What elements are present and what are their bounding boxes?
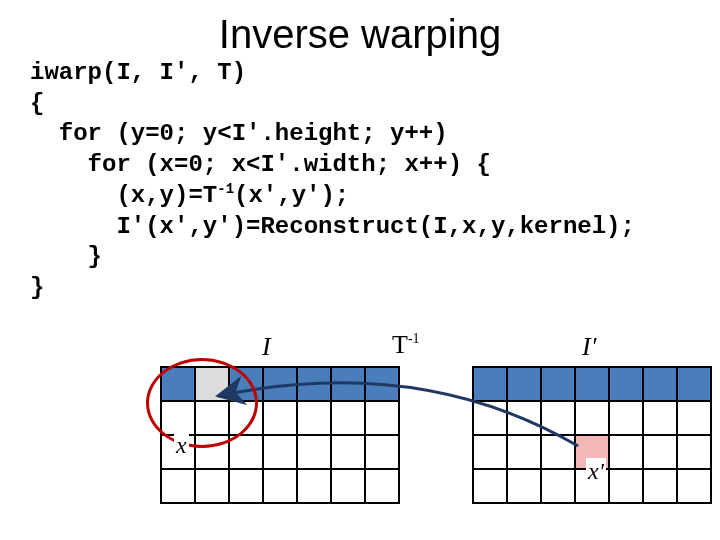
pseudocode-block: iwarp(I, I', T) { for (y=0; y<I'.height;… — [30, 58, 635, 304]
grid-cell — [297, 367, 331, 401]
code-line: { — [30, 90, 44, 117]
grid-cell — [297, 435, 331, 469]
grid-cell — [677, 401, 711, 435]
grid-cell — [609, 435, 643, 469]
grid-cell — [677, 435, 711, 469]
grid-cell — [609, 469, 643, 503]
grid-cell — [643, 469, 677, 503]
grid-cell — [365, 367, 399, 401]
code-line: } — [30, 243, 102, 270]
code-line: for (x=0; x<I'.width; x++) { — [30, 151, 491, 178]
grid-cell — [473, 469, 507, 503]
slide-title: Inverse warping — [0, 12, 720, 57]
grid-cell — [331, 469, 365, 503]
grid-cell — [507, 435, 541, 469]
code-line: } — [30, 274, 44, 301]
grid-cell — [365, 401, 399, 435]
grid-cell — [507, 469, 541, 503]
grid-cell — [541, 401, 575, 435]
grid-cell — [365, 469, 399, 503]
grid-cell — [643, 435, 677, 469]
grid-cell — [473, 367, 507, 401]
grid-cell — [677, 367, 711, 401]
grid-cell — [331, 401, 365, 435]
grid-cell — [297, 469, 331, 503]
grid-cell — [365, 435, 399, 469]
grid-cell — [195, 469, 229, 503]
grid-cell — [609, 367, 643, 401]
grid-cell — [229, 469, 263, 503]
grid-cell — [331, 435, 365, 469]
label-target-image: I' — [582, 332, 596, 362]
reconstruction-neighborhood-ellipse — [146, 358, 258, 448]
grid-cell — [297, 401, 331, 435]
grid-cell — [609, 401, 643, 435]
label-target-pixel: x' — [586, 458, 606, 485]
grid-cell — [161, 469, 195, 503]
grid-cell — [263, 435, 297, 469]
grid-cell — [507, 367, 541, 401]
code-line: iwarp(I, I', T) — [30, 59, 246, 86]
grid-cell — [575, 367, 609, 401]
grid-cell — [541, 367, 575, 401]
grid-cell — [507, 401, 541, 435]
grid-cell — [541, 469, 575, 503]
grid-cell — [263, 469, 297, 503]
grid-cell — [263, 367, 297, 401]
grid-cell — [473, 435, 507, 469]
grid-cell — [677, 469, 711, 503]
label-source-pixel: x — [174, 432, 189, 459]
grid-cell — [229, 435, 263, 469]
grid-cell — [643, 367, 677, 401]
label-inverse-transform: T-1 — [392, 330, 420, 360]
warping-figure: I T-1 I' x x' — [0, 328, 720, 528]
code-line: (x,y)=T-1(x',y'); — [30, 182, 349, 209]
code-line: for (y=0; y<I'.height; y++) — [30, 120, 448, 147]
grid-cell — [473, 401, 507, 435]
grid-cell — [263, 401, 297, 435]
grid-cell — [541, 435, 575, 469]
grid-cell — [331, 367, 365, 401]
grid-cell — [575, 401, 609, 435]
code-line: I'(x',y')=Reconstruct(I,x,y,kernel); — [30, 213, 635, 240]
label-source-image: I — [262, 332, 271, 362]
grid-cell — [643, 401, 677, 435]
